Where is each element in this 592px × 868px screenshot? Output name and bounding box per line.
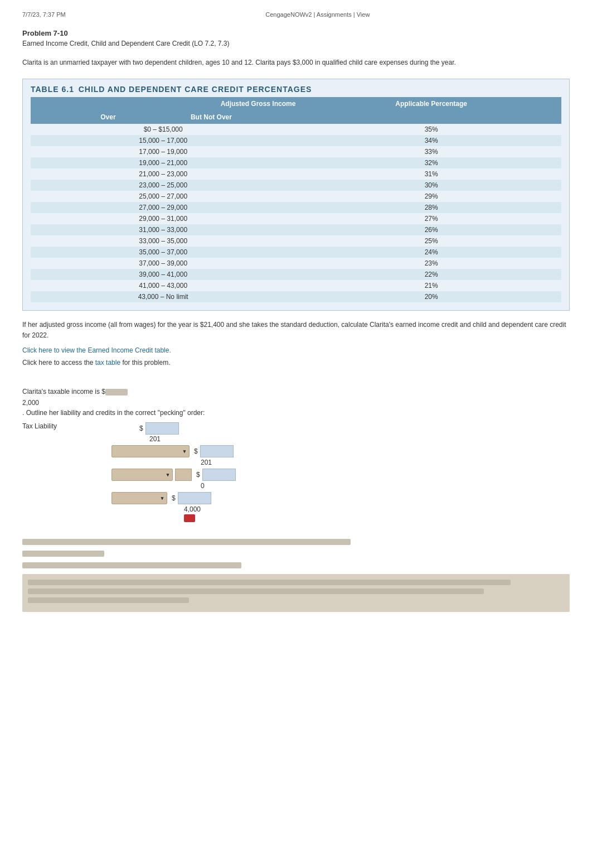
table-section: TABLE 6.1 CHILD AND DEPENDENT CARE CREDI… — [22, 79, 570, 311]
tax-liability-input-3[interactable] — [202, 469, 236, 481]
earned-income-credit-link[interactable]: Click here to view the Earned Income Cre… — [22, 346, 171, 354]
problem-description: Clarita is an unmarried taxpayer with tw… — [22, 57, 570, 67]
pct-cell: 23% — [301, 258, 561, 269]
range-cell: 25,000 – 27,000 — [31, 191, 301, 202]
dropdown-2-arrow: ▼ — [166, 472, 170, 478]
liability-section: Tax Liability $ 201 ▼ $ 201 ▼ — [22, 422, 570, 522]
page-header: 7/7/23, 7:37 PM CengageNOWv2 | Assignmen… — [22, 11, 570, 18]
pct-cell: 29% — [301, 191, 561, 202]
pct-cell: 34% — [301, 135, 561, 146]
col1-header: Adjusted Gross Income — [31, 97, 301, 110]
dropdown-1-arrow: ▼ — [182, 449, 187, 454]
table-row: 29,000 – 31,000 27% — [31, 213, 561, 224]
range-cell: $0 – $15,000 — [31, 124, 301, 135]
earned-income-link-line: Click here to view the Earned Income Cre… — [22, 346, 570, 354]
value-3: 0 — [201, 482, 570, 490]
table-row: 41,000 – 43,000 21% — [31, 280, 561, 291]
table-heading: TABLE 6.1 CHILD AND DEPENDENT CARE CREDI… — [31, 85, 561, 94]
table-row: 23,000 – 25,000 30% — [31, 180, 561, 191]
range-cell: 39,000 – 41,000 — [31, 269, 301, 280]
range-cell: 37,000 – 39,000 — [31, 258, 301, 269]
range-cell: 21,000 – 23,000 — [31, 168, 301, 180]
tax-liability-input-2[interactable] — [200, 445, 234, 457]
range-cell: 31,000 – 33,000 — [31, 224, 301, 235]
table-row: 43,000 – No limit 20% — [31, 291, 561, 302]
table-row: 25,000 – 27,000 29% — [31, 191, 561, 202]
dropdown-3[interactable]: ▼ — [111, 492, 167, 504]
sub-col2: But Not Over — [122, 110, 302, 124]
pct-cell: 32% — [301, 157, 561, 168]
bottom-line-2 — [22, 551, 104, 557]
pct-cell: 20% — [301, 291, 561, 302]
bottom-box — [22, 574, 570, 612]
value-4: 4,000 — [184, 505, 570, 513]
table-row: 31,000 – 33,000 26% — [31, 224, 561, 235]
table-title: CHILD AND DEPENDENT CARE CREDIT PERCENTA… — [79, 85, 312, 94]
tax-table-link[interactable]: tax table — [95, 359, 120, 367]
bottom-line-1 — [22, 539, 351, 545]
table-row: 17,000 – 19,000 33% — [31, 146, 561, 157]
range-cell: 33,000 – 35,000 — [31, 235, 301, 247]
box-line-1 — [28, 580, 511, 585]
tax-liability-input-4[interactable] — [178, 492, 211, 504]
link2-suffix: for this problem. — [120, 359, 170, 367]
pct-cell: 28% — [301, 202, 561, 213]
dropdown-1[interactable]: ▼ — [111, 445, 190, 457]
box-line-2 — [28, 589, 484, 594]
dollar-sign-1: $ — [139, 425, 143, 432]
table-row: 33,000 – 35,000 25% — [31, 235, 561, 247]
taxable-income-section: Clarita's taxable income is $ — [22, 388, 570, 396]
income-value: 2,000 — [22, 399, 570, 407]
tax-table-link-line: Click here to access the tax table for t… — [22, 359, 570, 367]
range-cell: 17,000 – 19,000 — [31, 146, 301, 157]
pct-cell: 30% — [301, 180, 561, 191]
outline-text: . Outline her liability and credits in t… — [22, 409, 570, 417]
table-prefix: TABLE 6.1 — [31, 85, 74, 94]
range-cell: 27,000 – 29,000 — [31, 202, 301, 213]
dropdown-2[interactable]: ▼ — [111, 469, 173, 481]
pct-cell: 25% — [301, 235, 561, 247]
table-row: 39,000 – 41,000 22% — [31, 269, 561, 280]
range-cell: 41,000 – 43,000 — [31, 280, 301, 291]
tax-liability-input-1[interactable] — [145, 422, 179, 435]
problem-subtitle: Earned Income Credit, Child and Dependen… — [22, 40, 570, 47]
small-box-1 — [175, 469, 192, 481]
red-indicator — [184, 514, 570, 522]
range-cell: 35,000 – 37,000 — [31, 247, 301, 258]
table-row: 35,000 – 37,000 24% — [31, 247, 561, 258]
header-title: CengageNOWv2 | Assignments | View — [265, 11, 370, 18]
table-row: 37,000 – 39,000 23% — [31, 258, 561, 269]
range-cell: 15,000 – 17,000 — [31, 135, 301, 146]
table-row: 15,000 – 17,000 34% — [31, 135, 561, 146]
value-2: 201 — [201, 459, 570, 466]
pct-cell: 33% — [301, 146, 561, 157]
credit-table: Adjusted Gross Income Applicable Percent… — [31, 97, 561, 302]
problem-number: Problem 7-10 — [22, 29, 570, 37]
range-cell: 29,000 – 31,000 — [31, 213, 301, 224]
range-cell: 43,000 – No limit — [31, 291, 301, 302]
box-line-3 — [28, 597, 189, 603]
tax-liability-label: Tax Liability — [22, 422, 111, 430]
bottom-line-3 — [22, 562, 241, 568]
pct-cell: 31% — [301, 168, 561, 180]
dropdown-3-arrow: ▼ — [160, 496, 164, 501]
range-cell: 23,000 – 25,000 — [31, 180, 301, 191]
pct-cell: 22% — [301, 269, 561, 280]
pct-cell: 24% — [301, 247, 561, 258]
link2-prefix: Click here to access the — [22, 359, 95, 367]
table-row: 27,000 – 29,000 28% — [31, 202, 561, 213]
pct-cell: 35% — [301, 124, 561, 135]
bottom-section — [22, 539, 570, 612]
taxable-income-label: Clarita's taxable income is $ — [22, 388, 105, 396]
col2-header: Applicable Percentage — [301, 97, 561, 110]
dollar-sign-3: $ — [196, 471, 200, 479]
table-row: 21,000 – 23,000 31% — [31, 168, 561, 180]
sub-col1: Over — [31, 110, 122, 124]
pct-cell: 27% — [301, 213, 561, 224]
pct-cell: 21% — [301, 280, 561, 291]
after-table-text: If her adjusted gross income (all from w… — [22, 320, 570, 341]
table-row: 19,000 – 21,000 32% — [31, 157, 561, 168]
dollar-sign-2: $ — [194, 447, 198, 455]
taxable-income-blank — [105, 389, 128, 396]
dollar-sign-4: $ — [172, 494, 176, 502]
